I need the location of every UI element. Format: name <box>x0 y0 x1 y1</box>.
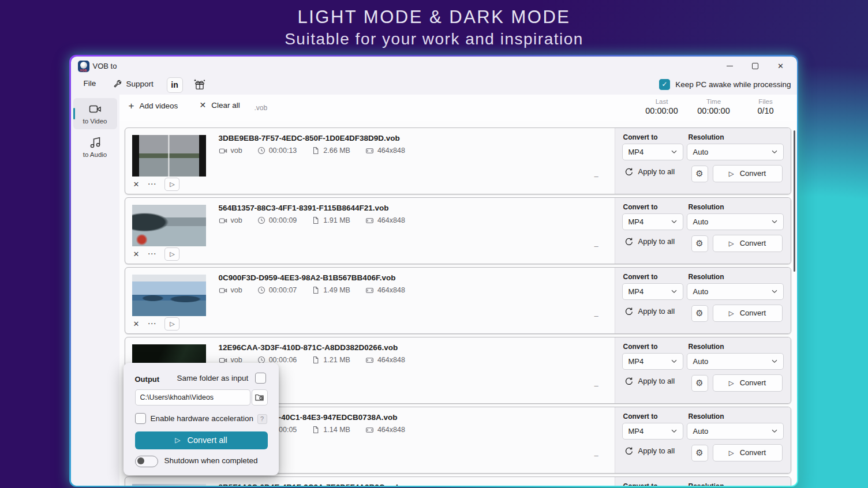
resolution-select[interactable]: Auto <box>687 213 784 230</box>
hw-accel-checkbox[interactable] <box>135 413 146 424</box>
progress-placeholder: – <box>594 311 598 320</box>
linkedin-icon[interactable]: in <box>167 77 183 93</box>
menu-file[interactable]: File <box>84 79 96 88</box>
chevron-down-icon <box>671 220 677 224</box>
format-select[interactable]: MP4 <box>622 213 683 230</box>
resolution-select[interactable]: Auto <box>687 353 784 370</box>
help-badge[interactable]: ? <box>257 414 267 424</box>
hw-accel-label: Enable hardware acceleration <box>151 414 254 423</box>
gift-icon[interactable] <box>193 78 206 91</box>
convert-button[interactable]: ▷ Convert <box>713 305 783 322</box>
camera-icon <box>219 216 227 225</box>
apply-to-all-button[interactable]: Apply to all <box>624 237 675 246</box>
convert-button[interactable]: ▷ Convert <box>713 374 783 392</box>
chevron-down-icon <box>671 359 677 363</box>
banner-title: LIGHT MODE & DARK MODE <box>0 7 868 28</box>
convert-all-button[interactable]: ▷ Convert all <box>135 431 268 449</box>
convert-button[interactable]: ▷ Convert <box>713 165 783 182</box>
play-icon: ▷ <box>729 379 734 387</box>
file-name: 564B1357-88C3-4FF1-8391-F115B8644F21.vob <box>219 204 389 212</box>
screen-icon <box>365 147 374 155</box>
remove-file-icon[interactable]: ✕ <box>133 320 140 328</box>
close-button[interactable]: ✕ <box>768 57 794 76</box>
scrollbar-thumb[interactable] <box>794 130 795 272</box>
play-icon: ▷ <box>729 309 734 317</box>
sidebar-item-to-audio[interactable]: to Audio <box>73 132 117 163</box>
format-select[interactable]: MP4 <box>622 353 683 370</box>
convert-to-label: Convert to <box>623 203 658 211</box>
preview-play-button[interactable]: ▷ <box>164 317 179 331</box>
format-select[interactable]: MP4 <box>622 283 683 300</box>
more-options-icon[interactable]: ⋯ <box>147 318 156 329</box>
apply-to-all-button[interactable]: Apply to all <box>624 167 675 177</box>
convert-to-label: Convert to <box>623 482 658 486</box>
video-thumbnail <box>132 135 206 177</box>
convert-to-label: Convert to <box>623 273 658 281</box>
app-icon: VOB <box>78 61 89 72</box>
keep-awake-option[interactable]: ✓ Keep PC awake while processing <box>659 79 791 90</box>
apply-to-all-button[interactable]: Apply to all <box>624 446 675 456</box>
menu-support[interactable]: Support <box>113 79 154 89</box>
more-options-icon[interactable]: ⋯ <box>147 249 156 259</box>
resolution-select[interactable]: Auto <box>687 144 784 160</box>
file-row: ✕ ⋯ ▷ 8B5F1A2C-0D4E-4B1F-9C3A-7E6D5F4A3B… <box>125 476 791 486</box>
convert-button[interactable]: ▷ Convert <box>713 444 783 461</box>
refresh-icon <box>624 237 634 246</box>
screen-icon <box>365 426 374 434</box>
toolbar: + Add videos ✕ Clear all .vob Last 00:00… <box>119 95 797 121</box>
video-thumbnail <box>132 205 206 246</box>
same-folder-label: Same folder as input <box>177 374 249 382</box>
plus-icon: + <box>129 101 134 111</box>
resolution-meta: 464x848 <box>365 216 405 225</box>
minimize-button[interactable] <box>717 57 743 76</box>
chevron-down-icon <box>772 290 777 294</box>
keep-awake-checkbox[interactable]: ✓ <box>659 79 670 90</box>
file-meta: vob 00:00:07 1.49 MB 464x848 <box>219 286 405 295</box>
clear-all-button[interactable]: ✕ Clear all <box>200 101 240 110</box>
settings-button[interactable]: ⚙ <box>691 305 708 322</box>
file-name: 0C900F3D-D959-4EE3-98A2-B1B567BB406F.vob <box>219 273 396 282</box>
same-folder-checkbox[interactable] <box>255 373 266 384</box>
remove-file-icon[interactable]: ✕ <box>133 180 140 189</box>
maximize-button[interactable] <box>743 57 768 76</box>
keep-awake-label: Keep PC awake while processing <box>675 80 791 89</box>
more-options-icon[interactable]: ⋯ <box>147 179 156 189</box>
sidebar-item-to-video[interactable]: to Video <box>73 98 117 129</box>
format-select[interactable]: MP4 <box>622 423 683 440</box>
banner-subtitle: Suitable for your work and inspiration <box>0 30 868 48</box>
add-videos-button[interactable]: + Add videos <box>129 101 178 111</box>
chevron-down-icon <box>671 290 677 294</box>
output-label: Output <box>135 375 160 384</box>
settings-button[interactable]: ⚙ <box>691 445 708 461</box>
remove-file-icon[interactable]: ✕ <box>133 250 140 258</box>
apply-to-all-button[interactable]: Apply to all <box>624 307 675 316</box>
screen-icon <box>365 216 374 225</box>
apply-to-all-button[interactable]: Apply to all <box>624 377 675 386</box>
output-path-input[interactable] <box>135 389 250 406</box>
refresh-icon <box>624 307 634 316</box>
size-meta: 1.91 MB <box>312 216 350 225</box>
preview-play-button[interactable]: ▷ <box>164 247 179 261</box>
settings-button[interactable]: ⚙ <box>691 166 708 182</box>
maximize-icon <box>752 63 758 69</box>
duration-meta: 00:00:13 <box>257 147 297 155</box>
title-bar[interactable]: VOB VOB to ✕ <box>71 57 797 76</box>
resolution-select[interactable]: Auto <box>687 423 784 440</box>
gear-icon: ⚙ <box>695 238 703 249</box>
stat-last: Last 00:00:00 <box>643 98 680 115</box>
settings-button[interactable]: ⚙ <box>691 375 708 392</box>
resolution-select[interactable]: Auto <box>687 283 784 300</box>
clock-icon <box>257 286 265 294</box>
browse-folder-button[interactable] <box>252 389 268 406</box>
chevron-down-icon <box>671 150 677 154</box>
format-select[interactable]: MP4 <box>622 144 683 160</box>
chevron-down-icon <box>772 359 777 363</box>
chevron-down-icon <box>772 150 777 154</box>
shutdown-toggle[interactable] <box>135 456 158 467</box>
preview-play-button[interactable]: ▷ <box>164 178 179 191</box>
file-meta: vob 00:00:13 2.66 MB 464x848 <box>219 147 405 155</box>
output-panel: Output Same folder as input Enable hardw… <box>124 363 279 475</box>
format-meta: vob <box>219 216 242 225</box>
settings-button[interactable]: ⚙ <box>691 235 708 252</box>
convert-button[interactable]: ▷ Convert <box>713 235 783 252</box>
